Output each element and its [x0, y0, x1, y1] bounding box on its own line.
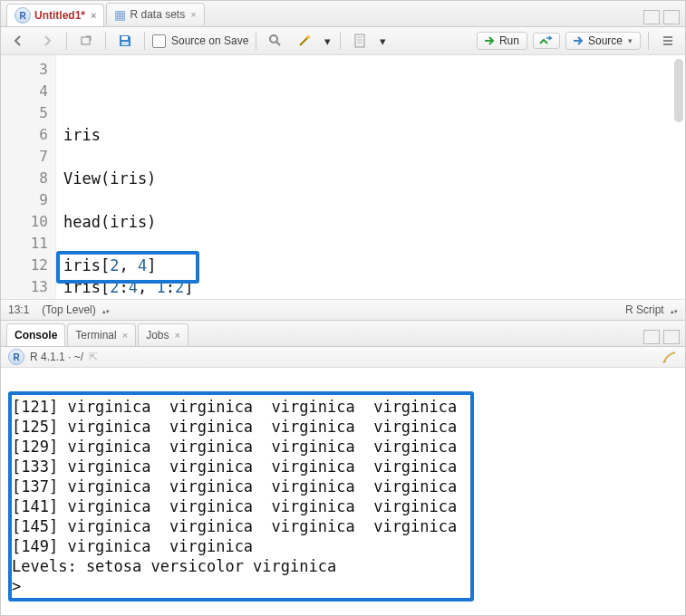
save-button[interactable] — [113, 31, 137, 51]
close-tab-icon[interactable]: × — [175, 330, 180, 341]
popout-console-icon[interactable]: ⇱ — [89, 351, 98, 363]
editor-tabstrip: RUntitled1*×▦R data sets× — [1, 1, 685, 27]
table-icon: ▦ — [114, 7, 126, 22]
code-line[interactable] — [63, 298, 678, 299]
close-tab-icon[interactable]: × — [122, 330, 128, 341]
maximize-console-icon[interactable] — [663, 330, 680, 344]
editor-toolbar: Source on Save ▾ ▾ Run — [1, 27, 685, 55]
find-button[interactable] — [264, 31, 287, 51]
console-output[interactable]: [121] virginica virginica virginica virg… — [1, 368, 685, 615]
minimize-console-icon[interactable] — [643, 330, 660, 344]
svg-rect-0 — [82, 37, 90, 44]
code-line[interactable]: head(iris) — [63, 211, 678, 233]
svg-rect-4 — [355, 34, 364, 47]
code-area[interactable]: irisView(iris)head(iris)iris[2, 4]iris[2… — [56, 55, 685, 299]
scope-selector[interactable]: (Top Level) ▴▾ — [42, 303, 110, 316]
svg-rect-1 — [121, 36, 128, 40]
editor-tab[interactable]: RUntitled1*× — [6, 4, 104, 26]
tab-label: Terminal — [75, 329, 116, 342]
tab-label: Console — [14, 329, 57, 342]
console-window-controls — [643, 330, 680, 346]
forward-button[interactable] — [35, 31, 59, 51]
minimize-pane-icon[interactable] — [643, 10, 660, 24]
console-highlight-box: [121] virginica virginica virginica virg… — [8, 391, 474, 602]
code-line[interactable]: View(iris) — [63, 168, 678, 189]
open-in-window-button[interactable] — [74, 31, 98, 51]
editor-window-controls — [643, 10, 680, 26]
source-on-save-label: Source on Save — [171, 34, 248, 47]
code-line[interactable] — [63, 189, 678, 211]
svg-rect-2 — [121, 42, 129, 45]
maximize-pane-icon[interactable] — [663, 10, 680, 24]
magic-wand-button[interactable] — [293, 31, 316, 51]
code-line[interactable]: iris — [63, 124, 678, 146]
r-session-label: R 4.1.1 · ~/ — [30, 351, 83, 363]
r-logo-icon: R — [8, 349, 24, 365]
console-header: R R 4.1.1 · ~/ ⇱ — [1, 347, 685, 368]
run-label: Run — [499, 34, 519, 47]
wand-dropdown[interactable]: ▾ — [322, 31, 333, 51]
back-button[interactable] — [6, 31, 30, 51]
source-button[interactable]: Source ▾ — [565, 32, 641, 50]
console-tab[interactable]: Terminal× — [67, 323, 136, 346]
svg-point-3 — [270, 35, 277, 43]
clear-console-button[interactable] — [662, 351, 678, 363]
console-tabstrip: ConsoleTerminal×Jobs× — [1, 321, 685, 347]
tab-label: Jobs — [146, 329, 169, 342]
r-file-icon: R — [14, 7, 31, 24]
tab-label: Untitled1* — [34, 9, 85, 22]
close-tab-icon[interactable]: × — [190, 9, 196, 20]
editor-tab[interactable]: ▦R data sets× — [106, 3, 204, 25]
cursor-position: 13:1 — [8, 303, 29, 316]
console-tab[interactable]: Console — [6, 323, 65, 346]
notebook-dropdown[interactable]: ▾ — [377, 31, 388, 51]
code-line[interactable]: iris[2:4, 1:2] — [63, 276, 678, 298]
source-on-save-checkbox[interactable] — [152, 34, 166, 48]
outline-button[interactable] — [656, 31, 680, 51]
run-button[interactable]: Run — [477, 32, 527, 50]
language-selector[interactable]: R Script ▴▾ — [625, 303, 678, 316]
rerun-button[interactable] — [533, 33, 560, 49]
close-tab-icon[interactable]: × — [91, 10, 96, 21]
editor-scrollbar[interactable] — [674, 59, 683, 122]
editor-statusbar: 13:1 (Top Level) ▴▾ R Script ▴▾ — [1, 299, 685, 320]
line-gutter: 345678910111213 — [1, 55, 56, 299]
notebook-button[interactable] — [348, 31, 372, 51]
code-line[interactable] — [63, 233, 678, 255]
code-line[interactable]: iris[2, 4] — [63, 255, 678, 276]
tab-label: R data sets — [130, 8, 185, 21]
console-pane: ConsoleTerminal×Jobs× R R 4.1.1 · ~/ ⇱ [… — [1, 320, 685, 615]
source-label: Source — [588, 34, 623, 47]
code-editor[interactable]: 345678910111213 irisView(iris)head(iris)… — [1, 55, 685, 299]
code-line[interactable] — [63, 146, 678, 168]
console-tab[interactable]: Jobs× — [138, 323, 188, 346]
editor-pane: RUntitled1*×▦R data sets× Sourc — [1, 1, 685, 320]
